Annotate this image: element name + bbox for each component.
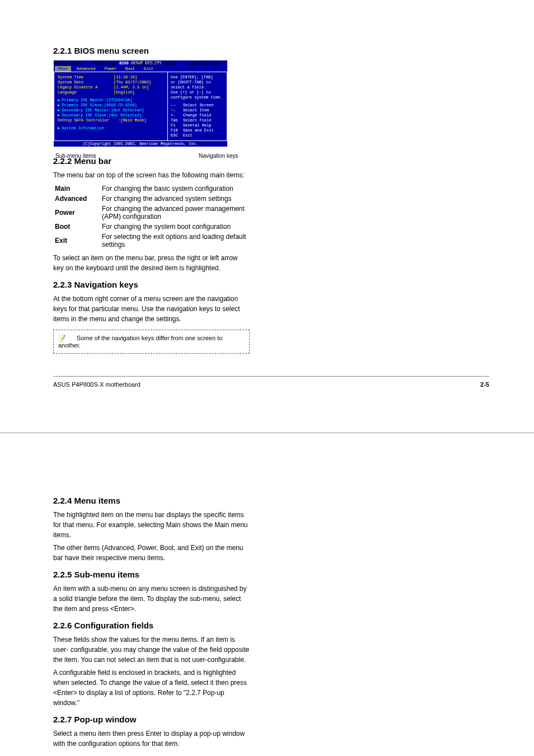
nav-key: F10 bbox=[171, 128, 183, 133]
bios-item: System Time bbox=[58, 75, 114, 79]
nav-key: F1 bbox=[171, 123, 183, 128]
bios-val: :[Not Detected] bbox=[106, 113, 142, 118]
triangle-icon: ▶ bbox=[58, 103, 60, 107]
bios-subitem: Secondary IDE Slave bbox=[62, 113, 106, 118]
bios-val: [Thu 03/27/2003] bbox=[114, 80, 164, 84]
callout-label: Navigation keys bbox=[199, 153, 238, 159]
bios-subitem: Secondary IDE Master bbox=[62, 108, 109, 112]
bios-help-line: Use [ENTER], [TAB] bbox=[171, 75, 224, 79]
bios-tab-power: Power bbox=[101, 66, 120, 72]
body-text: An item with a sub-menu on any menu scre… bbox=[53, 584, 250, 614]
bios-help-line: or [SHIFT-TAB] to bbox=[171, 80, 224, 84]
body-text: The other items (Advanced, Power, Boot, … bbox=[53, 543, 250, 563]
bios-help-line: select a field. bbox=[171, 85, 224, 90]
callout-label: General help bbox=[188, 60, 219, 67]
triangle-icon: ▶ bbox=[58, 108, 60, 112]
bios-val: [1.44M, 3.5 in] bbox=[114, 85, 164, 90]
table-val: For selecting the exit options and loadi… bbox=[101, 232, 249, 249]
table-val: For changing the system boot configurati… bbox=[101, 222, 249, 231]
bios-val: :[Raid Mode] bbox=[118, 118, 146, 123]
section-title-221: 2.2.1 BIOS menu screen bbox=[53, 46, 489, 55]
footer-left: ASUS P4P800S-X motherboard bbox=[53, 381, 140, 388]
table-key: Advanced bbox=[54, 194, 100, 203]
bios-item: Language bbox=[58, 90, 114, 95]
bios-screenshot-main: BIOS SETUP UTILITY Main Advanced Power B… bbox=[53, 60, 228, 147]
body-text: At the bottom right corner of a menu scr… bbox=[53, 294, 250, 324]
nav-desc: Change Field bbox=[183, 113, 211, 118]
table-key: Main bbox=[54, 184, 100, 193]
table-val: For changing the advanced power manageme… bbox=[101, 204, 249, 221]
callout-label: Menu items bbox=[53, 60, 82, 67]
bios-val: :[ST320413A] bbox=[104, 98, 132, 102]
table-key: Power bbox=[54, 204, 100, 221]
section-title-223: 2.2.3 Navigation keys bbox=[53, 280, 250, 289]
nav-desc: Select Field bbox=[183, 118, 211, 123]
nav-desc: Select Screen bbox=[183, 103, 214, 107]
bios-tab-bar: Main Advanced Power Boot Exit bbox=[54, 66, 227, 72]
bios-help-line: Use [+] or [-] to bbox=[171, 90, 224, 95]
nav-key: +- bbox=[171, 113, 183, 118]
page-footer: ASUS P4P800S-X motherboard 2-5 bbox=[53, 376, 489, 388]
callout-label: Menu bar bbox=[93, 60, 117, 67]
triangle-icon: ▶ bbox=[58, 126, 60, 130]
table-key: Exit bbox=[54, 232, 100, 249]
body-text: The menu bar on top of the screen has th… bbox=[53, 170, 250, 180]
doc-page-2: 2.2.4 Menu items The highlighted item on… bbox=[0, 450, 534, 756]
bios-tab-advanced: Advanced bbox=[73, 66, 99, 72]
bios-tab-boot: Boot bbox=[122, 66, 138, 72]
nav-key: ESC bbox=[171, 133, 183, 138]
body-text: A configurable field is enclosed in brac… bbox=[53, 668, 250, 708]
triangle-icon: ▶ bbox=[58, 98, 60, 102]
footer-page-num: 2-5 bbox=[480, 381, 489, 388]
bios-help-line: configure system time. bbox=[171, 95, 224, 100]
bios-subitem: Primary IDE Master bbox=[62, 98, 104, 102]
nav-desc: General Help bbox=[183, 123, 211, 128]
nav-desc: Save and Exit bbox=[183, 128, 214, 133]
bios-subitem: System Information bbox=[62, 126, 104, 130]
nav-desc: Select Item bbox=[183, 108, 209, 112]
nav-key: Tab bbox=[171, 118, 183, 123]
body-text: To select an item on the menu bar, press… bbox=[53, 253, 250, 273]
table-key: Boot bbox=[54, 222, 100, 231]
bios-tab-exit: Exit bbox=[140, 66, 157, 72]
table-val: For changing the basic system configurat… bbox=[101, 184, 249, 193]
bios-subitem: Primary IDE Slave bbox=[62, 103, 101, 107]
note-box: 📝 Some of the navigation keys differ fro… bbox=[53, 330, 250, 354]
table-val: For changing the advanced system setting… bbox=[101, 194, 249, 203]
bios-val: [11:10:19] bbox=[114, 75, 164, 79]
body-text: Select a menu item then press Enter to d… bbox=[53, 729, 250, 749]
bios-item: Legacy Diskette A bbox=[58, 85, 114, 90]
section-title-227: 2.2.7 Pop-up window bbox=[53, 715, 250, 724]
doc-page-1: 2.2.1 BIOS menu screen BIOS SETUP UTILIT… bbox=[0, 0, 534, 410]
body-text: The highlighted item on the menu bar dis… bbox=[53, 510, 250, 540]
triangle-icon: ▶ bbox=[58, 113, 60, 118]
menu-items-table: MainFor changing the basic system config… bbox=[53, 183, 250, 250]
bios-main-panel: System Time[11:10:19] System Date[Thu 03… bbox=[54, 72, 168, 140]
bios-item: OnChip SATA Controller bbox=[58, 118, 118, 123]
callout-label: Configuration fields bbox=[128, 60, 176, 67]
section-title-225: 2.2.5 Sub-menu items bbox=[53, 570, 250, 579]
bios-tab-main: Main bbox=[55, 66, 71, 72]
body-text: These fields show the values for the men… bbox=[53, 635, 250, 665]
bios-val: [English] bbox=[114, 90, 164, 95]
bios-footer: (C)Copyright 1985-2002, American Megatre… bbox=[54, 141, 227, 147]
section-title-226: 2.2.6 Configuration fields bbox=[53, 621, 250, 630]
section-title-224: 2.2.4 Menu items bbox=[53, 496, 250, 505]
note-icon: 📝 bbox=[58, 335, 75, 342]
note-text: Some of the navigation keys differ from … bbox=[58, 335, 222, 349]
bios-val: :[Not Detected] bbox=[109, 108, 144, 112]
bios-help-panel: Use [ENTER], [TAB] or [SHIFT-TAB] to sel… bbox=[168, 72, 227, 140]
nav-desc: Exit bbox=[183, 133, 193, 138]
bios-val: :[ASUS CD-S340] bbox=[102, 103, 137, 107]
nav-key: ↑↓ bbox=[171, 108, 183, 112]
bios-item: System Date bbox=[58, 80, 114, 84]
nav-key: ←→ bbox=[171, 103, 183, 107]
